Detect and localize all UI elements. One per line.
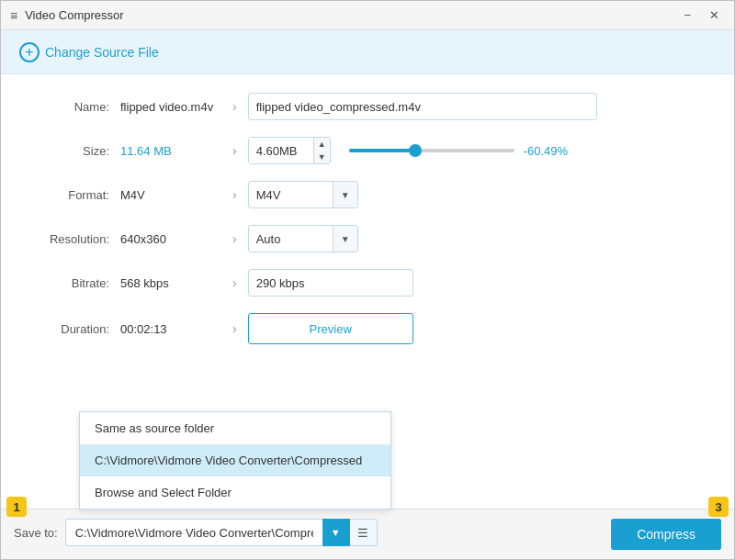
size-slider-thumb[interactable] bbox=[409, 144, 422, 157]
footer-inner: Save to: ▼ ☰ Compress bbox=[14, 519, 721, 550]
name-target bbox=[248, 93, 697, 120]
badge-1: 1 bbox=[6, 497, 27, 517]
bitrate-input[interactable] bbox=[248, 269, 413, 297]
size-arrow: › bbox=[232, 143, 237, 158]
size-target: ▲ ▼ -60.49% bbox=[248, 137, 697, 164]
size-label: Size: bbox=[38, 144, 120, 158]
format-select-button[interactable]: ▼ bbox=[333, 182, 357, 207]
title-bar-controls: − ✕ bbox=[678, 7, 725, 23]
size-increment-button[interactable]: ▲ bbox=[314, 138, 330, 151]
duration-source: 00:02:13 bbox=[120, 322, 221, 336]
format-label: Format: bbox=[38, 188, 120, 202]
resolution-arrow: › bbox=[232, 231, 237, 246]
format-arrow: › bbox=[232, 187, 237, 202]
resolution-label: Resolution: bbox=[38, 232, 120, 246]
change-source-button[interactable]: + Change Source File bbox=[14, 39, 164, 66]
resolution-target: Auto ▼ bbox=[248, 225, 697, 252]
change-source-label: Change Source File bbox=[45, 45, 159, 60]
size-percent-label: -60.49% bbox=[524, 144, 574, 158]
save-path-input[interactable] bbox=[65, 519, 322, 546]
resolution-select-button[interactable]: ▼ bbox=[333, 226, 357, 252]
add-circle-icon: + bbox=[19, 42, 40, 62]
save-path-folder-button[interactable]: ☰ bbox=[350, 519, 378, 546]
badge-3: 3 bbox=[708, 497, 729, 517]
resolution-select-value: Auto bbox=[249, 228, 333, 251]
dropdown-item-browse[interactable]: Browse and Select Folder bbox=[80, 476, 390, 509]
size-slider-fill bbox=[349, 149, 415, 152]
size-decrement-button[interactable]: ▼ bbox=[314, 151, 330, 163]
preview-button[interactable]: Preview bbox=[248, 313, 413, 344]
name-input[interactable] bbox=[248, 93, 597, 120]
minimize-button[interactable]: − bbox=[678, 7, 696, 23]
format-source: M4V bbox=[120, 188, 221, 202]
bitrate-target bbox=[248, 269, 697, 297]
compress-button[interactable]: Compress bbox=[611, 519, 721, 550]
app-icon: ≡ bbox=[10, 8, 17, 23]
format-select-group: M4V ▼ bbox=[248, 181, 358, 208]
duration-arrow: › bbox=[232, 321, 237, 336]
title-bar: ≡ Video Compressor − ✕ bbox=[1, 1, 734, 30]
duration-target: Preview bbox=[248, 313, 697, 344]
bitrate-arrow: › bbox=[232, 275, 237, 290]
save-path-dropdown-menu: Same as source folder C:\Vidmore\Vidmore… bbox=[79, 411, 391, 510]
resolution-row: Resolution: 640x360 › Auto ▼ bbox=[38, 225, 697, 252]
size-source: 11.64 MB bbox=[120, 144, 221, 158]
size-row: Size: 11.64 MB › ▲ ▼ -60.49% bbox=[38, 137, 697, 164]
size-input-group: ▲ ▼ bbox=[248, 137, 331, 164]
footer: Same as source folder C:\Vidmore\Vidmore… bbox=[1, 509, 734, 559]
bitrate-source: 568 kbps bbox=[120, 276, 221, 290]
name-arrow: › bbox=[232, 99, 237, 114]
format-select-value: M4V bbox=[249, 184, 333, 207]
bitrate-label: Bitrate: bbox=[38, 276, 120, 290]
close-button[interactable]: ✕ bbox=[704, 7, 725, 23]
name-source: flipped video.m4v bbox=[120, 100, 221, 114]
size-slider-container: -60.49% bbox=[349, 144, 574, 158]
resolution-select-group: Auto ▼ bbox=[248, 225, 358, 252]
resolution-source: 640x360 bbox=[120, 232, 221, 246]
save-path-group: ▼ ☰ bbox=[65, 519, 378, 546]
name-row: Name: flipped video.m4v › bbox=[38, 93, 697, 120]
dropdown-item-compressed[interactable]: C:\Vidmore\Vidmore Video Converter\Compr… bbox=[80, 444, 390, 476]
bitrate-row: Bitrate: 568 kbps › bbox=[38, 269, 697, 297]
toolbar: + Change Source File bbox=[1, 30, 734, 74]
size-input[interactable] bbox=[249, 138, 313, 163]
duration-label: Duration: bbox=[38, 322, 120, 336]
app-window: ≡ Video Compressor − ✕ + Change Source F… bbox=[0, 0, 735, 560]
duration-row: Duration: 00:02:13 › Preview bbox=[38, 313, 697, 344]
save-to-label: Save to: bbox=[14, 519, 58, 540]
format-row: Format: M4V › M4V ▼ bbox=[38, 181, 697, 208]
title-bar-left: ≡ Video Compressor bbox=[10, 8, 124, 23]
save-path-dropdown-button[interactable]: ▼ bbox=[322, 519, 350, 546]
name-label: Name: bbox=[38, 100, 120, 114]
format-target: M4V ▼ bbox=[248, 181, 697, 208]
app-title: Video Compressor bbox=[25, 8, 123, 22]
size-spinner: ▲ ▼ bbox=[313, 138, 330, 163]
dropdown-item-same[interactable]: Same as source folder bbox=[80, 412, 390, 444]
size-slider-track[interactable] bbox=[349, 149, 514, 152]
